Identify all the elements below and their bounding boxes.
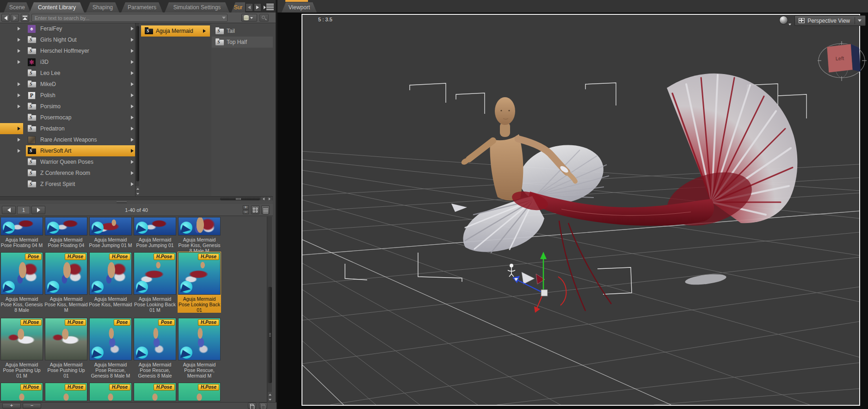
- expand-arrow-icon[interactable]: [18, 49, 20, 53]
- scrollbar-thumb[interactable]: [136, 26, 139, 181]
- asset-thumbnail[interactable]: H.Pose: [0, 382, 43, 402]
- flyout-arrow-icon[interactable]: [131, 116, 134, 119]
- search-input[interactable]: [31, 14, 228, 22]
- asset-thumbnail[interactable]: Aguja Mermaid Pose Jumping 01: [133, 217, 177, 248]
- zoom-in-button[interactable]: +: [243, 205, 249, 210]
- list-view-button[interactable]: [261, 205, 270, 214]
- library-item-i3d[interactable]: ✻ i3D: [0, 56, 140, 68]
- asset-thumbnail[interactable]: Pose Aguja Mermaid Pose Rescue, Genesis …: [133, 317, 177, 378]
- back-button[interactable]: [1, 14, 10, 22]
- expand-arrow-icon[interactable]: [18, 60, 20, 64]
- database-filter-button[interactable]: [241, 14, 257, 22]
- library-item-leo-lee[interactable]: S Leo Lee: [0, 68, 140, 79]
- asset-thumbnail[interactable]: H.Pose: [89, 382, 132, 402]
- asset-thumbnail-selected[interactable]: H.Pose Aguja Mermaid Pose Looking Back 0…: [178, 252, 221, 313]
- panel-splitter[interactable]: [0, 200, 273, 204]
- asset-thumbnail[interactable]: Pose Aguja Mermaid Pose Rescue, Genesis …: [89, 317, 132, 378]
- search-history-dropdown-icon[interactable]: [222, 17, 226, 19]
- grid-view-button[interactable]: [251, 205, 259, 214]
- tab-parameters[interactable]: Parameters: [121, 2, 163, 12]
- flyout-arrow-icon[interactable]: [131, 182, 134, 186]
- flyout-arrow-icon[interactable]: [131, 71, 134, 75]
- thumbnail-scrollbar[interactable]: [267, 217, 272, 402]
- scrollbar-thumb[interactable]: [268, 287, 272, 383]
- tab-surfaces-partial[interactable]: Sur: [231, 2, 245, 12]
- expand-arrow-icon[interactable]: [18, 149, 20, 153]
- expand-arrow-icon[interactable]: [18, 38, 20, 42]
- library-item-herschel-hoffmeyer[interactable]: S Herschel Hoffmeyer: [0, 45, 140, 56]
- library-item-polish[interactable]: P Polish: [0, 90, 140, 101]
- asset-thumbnail[interactable]: Aguja Mermaid Pose Kiss, Genesis 8 Male …: [178, 217, 221, 254]
- tab-simulation-settings[interactable]: Simulation Settings: [165, 2, 229, 12]
- paste-file-button[interactable]: [259, 403, 267, 409]
- up-level-button[interactable]: [21, 14, 29, 22]
- browser-horizontal-scrollbar[interactable]: [0, 196, 273, 200]
- vendor-list-scrollbar[interactable]: [135, 23, 139, 196]
- asset-thumbnail[interactable]: Aguja Mermaid Pose Floating 04: [44, 217, 88, 248]
- flyout-arrow-icon[interactable]: [131, 105, 134, 108]
- flyout-arrow-icon[interactable]: [131, 27, 134, 31]
- copy-file-button[interactable]: [248, 403, 256, 409]
- view-selector-dropdown[interactable]: Perspective View: [794, 15, 866, 26]
- flyout-arrow-icon[interactable]: [131, 160, 134, 164]
- flyout-arrow-icon[interactable]: [131, 60, 134, 64]
- flyout-arrow-icon[interactable]: [131, 149, 134, 153]
- asset-thumbnail[interactable]: Pose Aguja Mermaid Pose Kiss, Genesis 8 …: [0, 252, 43, 313]
- tab-scroll-left-button[interactable]: [246, 3, 253, 12]
- expand-arrow-icon[interactable]: [18, 27, 20, 31]
- flyout-arrow-icon[interactable]: [131, 49, 134, 53]
- scroll-down-button[interactable]: [135, 191, 140, 196]
- search-button[interactable]: [259, 14, 269, 22]
- scroll-down-button[interactable]: [268, 397, 272, 402]
- library-item-riversoft-art[interactable]: S RiverSoft Art: [0, 145, 140, 156]
- tab-viewport[interactable]: Viewport: [282, 2, 317, 12]
- mermaid-figure[interactable]: [451, 74, 797, 311]
- flyout-item-aguja-mermaid[interactable]: S Aguja Mermaid: [141, 25, 210, 37]
- expand-arrow-icon[interactable]: [18, 138, 20, 142]
- flyout-arrow-icon[interactable]: [131, 138, 134, 142]
- scroll-up-button[interactable]: [268, 392, 272, 397]
- asset-thumbnail[interactable]: H.Pose: [44, 382, 88, 402]
- scroll-up-button[interactable]: [135, 186, 140, 191]
- flyout-arrow-icon[interactable]: [131, 127, 134, 130]
- forward-button[interactable]: [11, 14, 19, 22]
- flyout-arrow-icon[interactable]: [131, 82, 134, 86]
- remove-content-button[interactable]: −: [23, 403, 41, 409]
- tab-scene[interactable]: Scene: [4, 2, 31, 12]
- drawstyle-button[interactable]: [778, 15, 791, 26]
- library-item-posermocap[interactable]: S Posermocap: [0, 112, 140, 123]
- library-item-z-forest-spirit[interactable]: S Z Forest Spirit: [0, 179, 140, 190]
- tab-scroll-right-button[interactable]: [254, 3, 261, 12]
- library-item-miked[interactable]: S MikeD: [0, 79, 140, 90]
- pane-menu-icon[interactable]: [264, 3, 274, 11]
- expand-arrow-icon[interactable]: [18, 105, 20, 108]
- submenu-item-top-half[interactable]: S Top Half: [212, 37, 273, 48]
- asset-thumbnail[interactable]: Aguja Mermaid Pose Floating 04 M: [0, 217, 43, 248]
- asset-thumbnail[interactable]: H.Pose Aguja Mermaid Pose Rescue, Mermai…: [178, 317, 221, 378]
- tab-content-library[interactable]: Content Library: [30, 2, 84, 12]
- flyout-arrow-icon[interactable]: [131, 38, 134, 42]
- library-item-porsimo[interactable]: S Porsimo: [0, 101, 140, 112]
- library-item-feralfey[interactable]: ♠ FeralFey: [0, 23, 140, 34]
- library-item-warrior-queen-poses[interactable]: S Warrior Queen Poses: [0, 156, 140, 167]
- library-item-girls-night-out[interactable]: S Girls Night Out: [0, 34, 140, 45]
- library-item-predatron[interactable]: S Predatron: [0, 123, 140, 134]
- library-item-rare-ancient-weapons[interactable]: Rare Ancient Weapons: [0, 134, 140, 145]
- asset-thumbnail[interactable]: H.Pose Aguja Mermaid Pose Pushing Up 01: [44, 317, 88, 378]
- flyout-arrow-icon[interactable]: [131, 171, 134, 175]
- library-item-z-conference-room[interactable]: S Z Conference Room: [0, 167, 140, 179]
- add-content-button[interactable]: +: [2, 403, 21, 409]
- scrollbar-thumb[interactable]: [220, 197, 260, 200]
- translate-gizmo[interactable]: [508, 252, 566, 313]
- gizmo-center-handle[interactable]: [541, 290, 548, 296]
- asset-thumbnail[interactable]: H.Pose: [178, 382, 221, 402]
- tab-shaping[interactable]: Shaping: [86, 2, 119, 12]
- asset-thumbnail[interactable]: H.Pose Aguja Mermaid Pose Looking Back 0…: [133, 252, 177, 313]
- asset-thumbnail[interactable]: H.Pose Aguja Mermaid Pose Kiss, Mermaid: [89, 252, 132, 307]
- expand-arrow-icon[interactable]: [18, 127, 20, 130]
- zoom-out-button[interactable]: −: [243, 210, 249, 214]
- view-navigation-cube[interactable]: Left: [818, 38, 867, 83]
- expand-arrow-icon[interactable]: [18, 82, 20, 86]
- asset-thumbnail[interactable]: H.Pose Aguja Mermaid Pose Kiss, Mermaid …: [44, 252, 88, 313]
- expand-arrow-icon[interactable]: [18, 93, 20, 97]
